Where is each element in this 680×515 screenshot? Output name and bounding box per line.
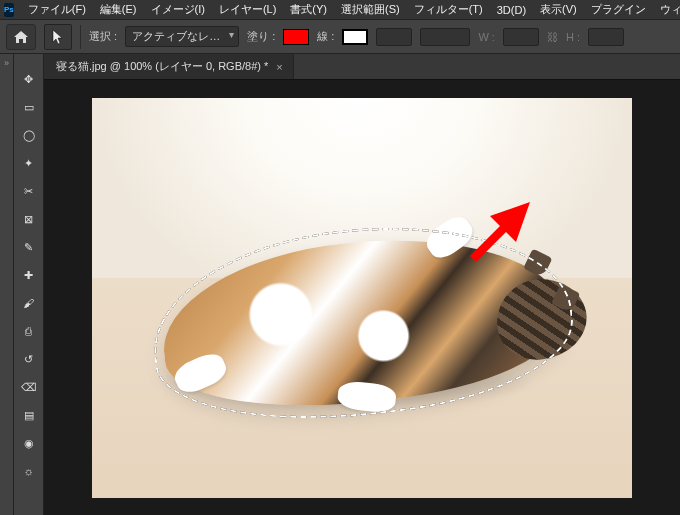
menu-select[interactable]: 選択範囲(S) bbox=[335, 0, 406, 19]
blur-icon: ◉ bbox=[24, 437, 34, 450]
marquee-tool[interactable]: ▭ bbox=[17, 96, 41, 118]
canvas-viewport[interactable] bbox=[44, 80, 680, 515]
magic-wand-tool[interactable]: ✦ bbox=[17, 152, 41, 174]
fill-color-swatch[interactable] bbox=[283, 29, 309, 45]
eraser-icon: ⌫ bbox=[21, 381, 37, 394]
stroke-style-dropdown[interactable] bbox=[420, 28, 470, 46]
menu-edit[interactable]: 編集(E) bbox=[94, 0, 143, 19]
eyedropper-icon: ✎ bbox=[24, 241, 33, 254]
menu-3d[interactable]: 3D(D) bbox=[491, 2, 532, 18]
document-tab-title: 寝る猫.jpg @ 100% (レイヤー 0, RGB/8#) * bbox=[56, 59, 268, 74]
menu-bar: Ps ファイル(F) 編集(E) イメージ(I) レイヤー(L) 書式(Y) 選… bbox=[0, 0, 680, 20]
tools-panel: ✥ ▭ ◯ ✦ ✂ ⊠ ✎ ✚ 🖌 ⎙ ↺ ⌫ ▤ ◉ ☼ bbox=[14, 54, 44, 515]
options-bar: 選択 : アクティブなレ… 塗り : 線 : W : ⛓ H : bbox=[0, 20, 680, 54]
blur-tool[interactable]: ◉ bbox=[17, 432, 41, 454]
stroke-color-swatch[interactable] bbox=[342, 29, 368, 45]
stamp-icon: ⎙ bbox=[25, 325, 32, 337]
history-brush-tool[interactable]: ↺ bbox=[17, 348, 41, 370]
chevron-right-icon: » bbox=[4, 58, 9, 515]
home-icon bbox=[13, 30, 29, 44]
menu-view[interactable]: 表示(V) bbox=[534, 0, 583, 19]
app-root: Ps ファイル(F) 編集(E) イメージ(I) レイヤー(L) 書式(Y) 選… bbox=[0, 0, 680, 515]
menu-plugins[interactable]: プラグイン bbox=[585, 0, 652, 19]
wand-icon: ✦ bbox=[24, 157, 33, 170]
gradient-icon: ▤ bbox=[24, 409, 34, 422]
select-target-dropdown[interactable]: アクティブなレ… bbox=[125, 26, 239, 47]
arrow-cursor-icon bbox=[51, 29, 65, 45]
main-area: » ✥ ▭ ◯ ✦ ✂ ⊠ ✎ ✚ 🖌 ⎙ ↺ ⌫ ▤ ◉ ☼ 寝る猫.jpg … bbox=[0, 54, 680, 515]
height-label: H : bbox=[566, 31, 580, 43]
gradient-tool[interactable]: ▤ bbox=[17, 404, 41, 426]
move-icon: ✥ bbox=[24, 73, 33, 86]
frame-tool[interactable]: ⊠ bbox=[17, 208, 41, 230]
path-selection-tool-indicator[interactable] bbox=[44, 24, 72, 50]
stroke-width-field[interactable] bbox=[376, 28, 412, 46]
fill-label: 塗り : bbox=[247, 29, 275, 44]
marquee-icon: ▭ bbox=[24, 101, 34, 114]
brush-icon: 🖌 bbox=[23, 297, 34, 309]
crop-tool[interactable]: ✂ bbox=[17, 180, 41, 202]
frame-icon: ⊠ bbox=[24, 213, 33, 226]
panel-collapse-handle[interactable]: » bbox=[0, 54, 14, 515]
move-tool[interactable]: ✥ bbox=[17, 68, 41, 90]
clone-stamp-tool[interactable]: ⎙ bbox=[17, 320, 41, 342]
document-tab-strip: 寝る猫.jpg @ 100% (レイヤー 0, RGB/8#) * × bbox=[44, 54, 680, 80]
height-field[interactable] bbox=[588, 28, 624, 46]
dodge-icon: ☼ bbox=[23, 465, 33, 477]
document-canvas[interactable] bbox=[92, 98, 632, 498]
select-label: 選択 : bbox=[89, 29, 117, 44]
separator bbox=[80, 25, 81, 49]
brush-tool[interactable]: 🖌 bbox=[17, 292, 41, 314]
history-brush-icon: ↺ bbox=[24, 353, 33, 366]
document-area: 寝る猫.jpg @ 100% (レイヤー 0, RGB/8#) * × bbox=[44, 54, 680, 515]
eyedropper-tool[interactable]: ✎ bbox=[17, 236, 41, 258]
link-wh-icon[interactable]: ⛓ bbox=[547, 31, 558, 43]
width-field[interactable] bbox=[503, 28, 539, 46]
healing-brush-tool[interactable]: ✚ bbox=[17, 264, 41, 286]
close-tab-button[interactable]: × bbox=[276, 61, 282, 73]
menu-window[interactable]: ウィンドウ(W) bbox=[654, 0, 680, 19]
bandage-icon: ✚ bbox=[24, 269, 33, 282]
document-tab[interactable]: 寝る猫.jpg @ 100% (レイヤー 0, RGB/8#) * × bbox=[44, 53, 294, 79]
crop-icon: ✂ bbox=[24, 185, 33, 198]
dodge-tool[interactable]: ☼ bbox=[17, 460, 41, 482]
width-label: W : bbox=[478, 31, 495, 43]
menu-image[interactable]: イメージ(I) bbox=[145, 0, 211, 19]
menu-filter[interactable]: フィルター(T) bbox=[408, 0, 489, 19]
lasso-tool[interactable]: ◯ bbox=[17, 124, 41, 146]
ps-logo: Ps bbox=[4, 3, 14, 17]
menu-file[interactable]: ファイル(F) bbox=[22, 0, 92, 19]
lasso-icon: ◯ bbox=[23, 129, 35, 142]
menu-layer[interactable]: レイヤー(L) bbox=[213, 0, 282, 19]
menu-type[interactable]: 書式(Y) bbox=[284, 0, 333, 19]
home-button[interactable] bbox=[6, 24, 36, 50]
eraser-tool[interactable]: ⌫ bbox=[17, 376, 41, 398]
stroke-label: 線 : bbox=[317, 29, 334, 44]
